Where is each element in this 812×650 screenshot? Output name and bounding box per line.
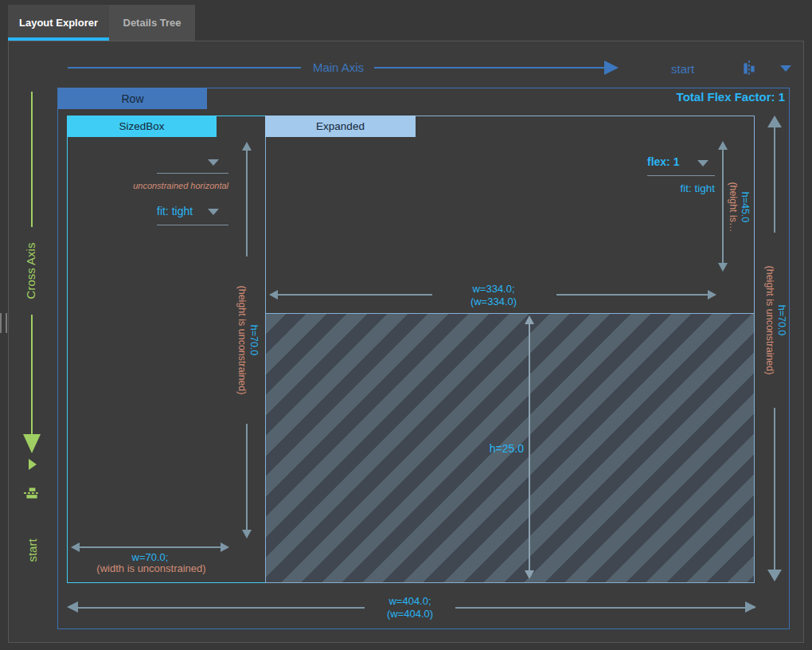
arrow-up-icon [525, 315, 534, 324]
splitter-handle[interactable] [0, 313, 7, 333]
sizedbox-height-constraint: (height is unconstrained) [236, 256, 248, 424]
cross-axis-alignment-value: start [25, 531, 40, 570]
total-flex-factor: Total Flex Factor: 1 [557, 90, 785, 104]
expanded-height-constraint: (height is… [727, 159, 739, 255]
arrow-down-icon [767, 570, 782, 581]
row-height-label: h=70.0 (height is unconstrained) [762, 233, 787, 408]
sizedbox-fit-value: fit: tight [157, 205, 193, 217]
row-widget-header[interactable]: Row [58, 88, 207, 109]
expanded-height-value: h=45.0 [739, 159, 751, 255]
main-axis-arrow-icon [604, 61, 619, 75]
arrow-down-icon [525, 570, 534, 579]
expanded-width-value: w=334.0; [434, 283, 553, 295]
tab-layout-explorer[interactable]: Layout Explorer [8, 5, 109, 41]
tab-bar: Layout Explorer Details Tree [8, 5, 195, 41]
expanded-widget-header[interactable]: Expanded [265, 116, 416, 137]
arrow-up-icon [767, 116, 782, 127]
sizedbox-width-constraint: (width is unconstrained) [56, 562, 247, 574]
cross-axis-label: Cross Axis [24, 227, 40, 315]
expanded-flex-dropdown[interactable]: flex: 1 [647, 154, 715, 176]
row-width-value: w=404.0; [350, 595, 470, 607]
cross-axis-arrow-icon [23, 434, 41, 453]
sizedbox-widget-title: SizedBox [119, 120, 164, 132]
main-axis-alignment-value: start [671, 62, 694, 76]
expanded-height-arrow [722, 144, 724, 268]
tab-details-tree[interactable]: Details Tree [109, 5, 195, 41]
arrow-left-icon [67, 601, 78, 613]
chevron-down-icon [208, 209, 219, 215]
expanded-height-label: h=45.0 (height is… [725, 159, 751, 255]
row-width-arrow-right [455, 607, 755, 609]
chevron-down-icon [697, 160, 709, 166]
cross-axis-alignment-dropdown[interactable]: start [11, 454, 51, 581]
expanded-widget-title: Expanded [316, 120, 365, 132]
free-space-height-arrow [529, 319, 530, 577]
tab-label: Details Tree [123, 17, 182, 29]
sizedbox-width-dropdown[interactable] [157, 153, 228, 174]
main-axis-label: Main Axis [301, 61, 376, 74]
sizedbox-widget-header[interactable]: SizedBox [67, 116, 217, 137]
row-width-constraint: (w=404.0) [350, 608, 470, 620]
free-space-height-value: h=25.0 [466, 442, 524, 455]
chevron-right-icon [29, 459, 37, 470]
chevron-down-icon [208, 159, 219, 166]
align-cross-axis-icon [23, 484, 41, 502]
sizedbox-height-value: h=70.0 [248, 256, 260, 424]
row-height-constraint: (height is unconstrained) [763, 233, 775, 408]
main-axis-line-left [68, 67, 301, 69]
expanded-width-arrow-right [556, 294, 714, 296]
expanded-flex-value: flex: 1 [647, 155, 679, 168]
align-main-axis-icon [740, 60, 758, 77]
sizedbox-width-note: unconstrained horizontal [96, 181, 228, 190]
sizedbox-height-label: h=70.0 (height is unconstrained) [234, 256, 260, 424]
arrow-up-icon [242, 142, 252, 151]
row-widget-title: Row [121, 92, 143, 105]
sizedbox-width-value: w=70.0; [73, 551, 227, 563]
main-axis-line-right [374, 67, 604, 69]
arrow-left-icon [269, 290, 278, 300]
expanded-width-constraint: (w=334.0) [434, 296, 553, 307]
main-axis-alignment-dropdown[interactable]: start [659, 58, 794, 79]
layout-explorer-screen: Layout Explorer Details Tree Main Axis s… [0, 0, 812, 650]
row-height-value: h=70.0 [775, 233, 787, 408]
dropdown-underline [157, 173, 228, 174]
chevron-down-icon [780, 65, 791, 72]
dropdown-underline [647, 175, 715, 176]
sizedbox-width-arrow [73, 546, 227, 548]
tab-label: Layout Explorer [19, 17, 98, 29]
arrow-down-icon [718, 263, 728, 272]
dropdown-underline [157, 225, 228, 225]
row-width-arrow-left [70, 607, 365, 609]
arrow-down-icon [242, 530, 252, 538]
arrow-up-icon [718, 141, 728, 150]
arrow-right-icon [745, 601, 756, 613]
arrow-right-icon [708, 290, 716, 300]
sizedbox-fit-dropdown[interactable]: fit: tight [157, 203, 228, 225]
expanded-fit-value: fit: tight [635, 182, 715, 194]
expanded-width-arrow-left [271, 294, 432, 296]
